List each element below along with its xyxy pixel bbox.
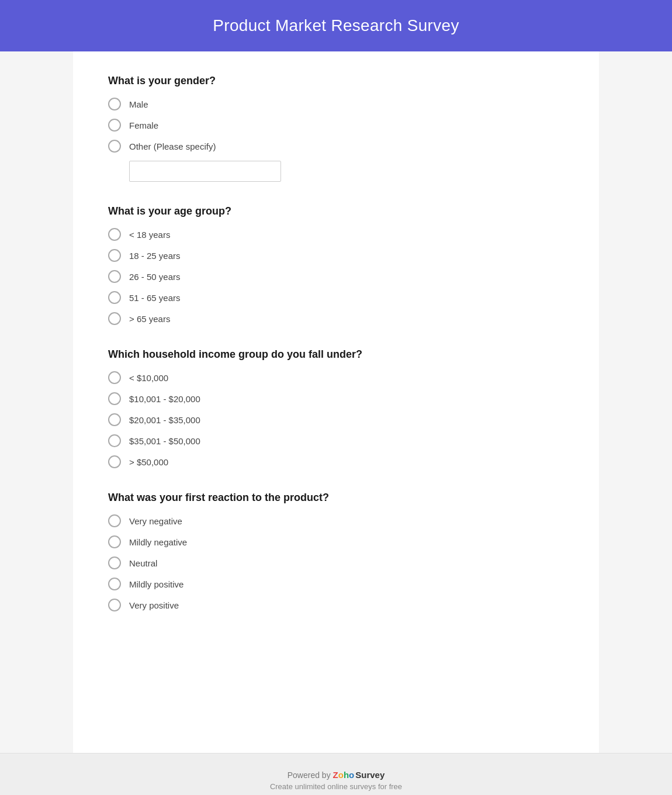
label-51to65: 51 - 65 years: [129, 293, 181, 303]
option-over65[interactable]: > 65 years: [108, 312, 564, 325]
radio-20kto35k[interactable]: [108, 413, 121, 426]
other-specify-input[interactable]: [129, 161, 281, 182]
option-very-negative[interactable]: Very negative: [108, 514, 564, 527]
option-under18[interactable]: < 18 years: [108, 228, 564, 241]
radio-26to50[interactable]: [108, 270, 121, 283]
option-male[interactable]: Male: [108, 98, 564, 110]
option-mildly-positive[interactable]: Mildly positive: [108, 578, 564, 590]
label-over50k: > $50,000: [129, 457, 168, 467]
zoho-letter-h: h: [344, 770, 349, 780]
survey-footer: Powered by Zoho Survey Create unlimited …: [0, 753, 672, 795]
label-under10k: < $10,000: [129, 373, 168, 383]
radio-under10k[interactable]: [108, 371, 121, 384]
label-under18: < 18 years: [129, 230, 170, 240]
option-51to65[interactable]: 51 - 65 years: [108, 291, 564, 304]
zoho-survey-label: Survey: [355, 770, 385, 780]
label-very-positive: Very positive: [129, 600, 179, 610]
label-20kto35k: $20,001 - $35,000: [129, 415, 200, 425]
powered-by-line: Powered by Zoho Survey: [12, 770, 660, 780]
radio-male[interactable]: [108, 98, 121, 110]
option-20kto35k[interactable]: $20,001 - $35,000: [108, 413, 564, 426]
label-26to50: 26 - 50 years: [129, 272, 181, 282]
option-35kto50k[interactable]: $35,001 - $50,000: [108, 434, 564, 447]
zoho-letter-o1: o: [338, 770, 344, 780]
radio-neutral[interactable]: [108, 556, 121, 569]
radio-mildly-negative[interactable]: [108, 535, 121, 548]
label-18to25: 18 - 25 years: [129, 251, 181, 261]
radio-female[interactable]: [108, 119, 121, 132]
radio-18to25[interactable]: [108, 249, 121, 262]
radio-over50k[interactable]: [108, 455, 121, 468]
zoho-logo: Zoho Survey: [333, 770, 385, 780]
question-reaction-label: What was your first reaction to the prod…: [108, 492, 564, 504]
option-mildly-negative[interactable]: Mildly negative: [108, 535, 564, 548]
option-neutral[interactable]: Neutral: [108, 556, 564, 569]
radio-mildly-positive[interactable]: [108, 578, 121, 590]
label-other: Other (Please specify): [129, 141, 216, 151]
radio-under18[interactable]: [108, 228, 121, 241]
powered-by-text: Powered by: [287, 770, 331, 780]
label-female: Female: [129, 120, 158, 130]
option-26to50[interactable]: 26 - 50 years: [108, 270, 564, 283]
option-female[interactable]: Female: [108, 119, 564, 132]
option-18to25[interactable]: 18 - 25 years: [108, 249, 564, 262]
label-neutral: Neutral: [129, 558, 157, 568]
label-over65: > 65 years: [129, 314, 170, 324]
footer-tagline: Create unlimited online surveys for free: [12, 782, 660, 791]
option-very-positive[interactable]: Very positive: [108, 599, 564, 611]
label-very-negative: Very negative: [129, 516, 182, 526]
radio-very-positive[interactable]: [108, 599, 121, 611]
question-reaction: What was your first reaction to the prod…: [108, 492, 564, 611]
question-income: Which household income group do you fall…: [108, 348, 564, 468]
radio-very-negative[interactable]: [108, 514, 121, 527]
radio-51to65[interactable]: [108, 291, 121, 304]
radio-other[interactable]: [108, 140, 121, 153]
question-gender-label: What is your gender?: [108, 75, 564, 87]
option-over50k[interactable]: > $50,000: [108, 455, 564, 468]
option-under10k[interactable]: < $10,000: [108, 371, 564, 384]
radio-10kto20k[interactable]: [108, 392, 121, 405]
question-gender: What is your gender? Male Female Other (…: [108, 75, 564, 182]
question-age-label: What is your age group?: [108, 205, 564, 217]
survey-title: Product Market Research Survey: [12, 16, 660, 35]
survey-header: Product Market Research Survey: [0, 0, 672, 51]
label-10kto20k: $10,001 - $20,000: [129, 394, 200, 404]
label-male: Male: [129, 99, 148, 109]
label-35kto50k: $35,001 - $50,000: [129, 436, 200, 446]
option-other[interactable]: Other (Please specify): [108, 140, 564, 153]
question-income-label: Which household income group do you fall…: [108, 348, 564, 361]
zoho-letter-z: Z: [333, 770, 338, 780]
label-mildly-negative: Mildly negative: [129, 537, 187, 547]
question-age: What is your age group? < 18 years 18 - …: [108, 205, 564, 325]
option-10kto20k[interactable]: $10,001 - $20,000: [108, 392, 564, 405]
radio-35kto50k[interactable]: [108, 434, 121, 447]
label-mildly-positive: Mildly positive: [129, 579, 183, 589]
radio-over65[interactable]: [108, 312, 121, 325]
survey-main: What is your gender? Male Female Other (…: [73, 51, 599, 753]
zoho-letter-o2: o: [349, 770, 354, 780]
